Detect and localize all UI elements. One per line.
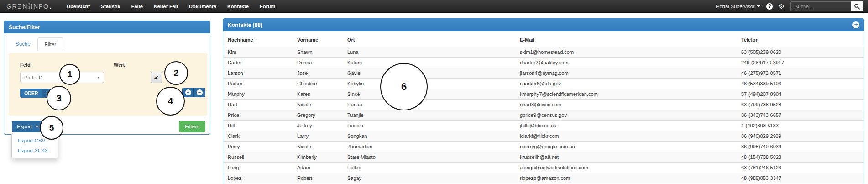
table-cell-ort: Ranao [343, 100, 515, 110]
table-row[interactable]: RussellKimberlyStare Miastokrussellh@a8.… [223, 152, 864, 163]
table-cell-ort: Songkan [343, 131, 515, 142]
contacts-panel-title: Kontakte (88) [228, 22, 262, 28]
table-cell-nachname: Parker [223, 79, 293, 89]
table-row[interactable]: PriceGregoryTuanjiegprice9@census.gov86-… [223, 110, 864, 121]
nav-item-neuer-fall[interactable]: Neuer Fall [148, 0, 183, 13]
table-cell-e-mail: nhart8@cisco.com [515, 100, 737, 110]
annotation-circle-2: 2 [164, 61, 188, 85]
table-row[interactable]: PerryNicoleZhumadiannperryg@google.com.a… [223, 142, 864, 152]
minus-icon: − [197, 89, 203, 95]
column-header-nachname[interactable]: Nachname↑ [223, 31, 293, 47]
contacts-table: Nachname↑VornameOrtE-MailTelefon KimShaw… [223, 31, 864, 183]
table-row[interactable]: HillJeffreyLincolnjhillc@bbc.co.uk1-(402… [223, 121, 864, 131]
table-cell-nachname: Hart [223, 100, 293, 110]
table-cell-vorname: Shawn [293, 47, 343, 58]
search-input[interactable] [790, 1, 851, 11]
tab-filter[interactable]: Filter [37, 37, 64, 51]
annotation-circle-1: 1 [59, 64, 80, 85]
table-row[interactable]: HartNicoleRanaonhart8@cisco.com63-(799)7… [223, 100, 864, 110]
value-checkbox[interactable]: ✔ [151, 72, 162, 83]
table-row[interactable]: MurphyKarenSincékmurphy7@scientificameri… [223, 89, 864, 100]
table-cell-nachname: Murphy [223, 89, 293, 100]
table-cell-vorname: Karen [293, 89, 343, 100]
brand-stack-glyph: Z S [28, 3, 31, 9]
brand-logo[interactable]: GRƎN Z S INFO . [0, 3, 61, 10]
table-cell-telefon: 63-(781)246-5126 [737, 163, 864, 173]
table-cell-vorname: Kimberly [293, 152, 343, 163]
table-cell-telefon: 249-(284)170-8917 [737, 58, 864, 68]
brand-text-right: INFO [31, 3, 49, 10]
table-cell-nachname: Long [223, 163, 293, 173]
table-cell-nachname: Larson [223, 68, 293, 79]
nav-item-fälle[interactable]: Fälle [126, 0, 148, 13]
nav-item-statistik[interactable]: Statistik [95, 0, 126, 13]
table-cell-nachname: Kim [223, 47, 293, 58]
export-button[interactable]: Export [12, 121, 44, 132]
nav-item-übersicht[interactable]: Übersicht [61, 0, 95, 13]
user-menu-label: Portal Supervisor [716, 4, 754, 9]
table-cell-ort: Zhumadian [343, 142, 515, 152]
filter-panel-header: Suche/Filter [4, 21, 210, 33]
caret-down-icon [35, 126, 39, 127]
search-icon [854, 4, 858, 8]
table-row[interactable]: LarsonJoseGävlejlarson4@nymag.com46-(275… [223, 68, 864, 79]
table-row[interactable]: LopezRobertSagayrlopezp@amazon.com48-(98… [223, 173, 864, 184]
search-button[interactable] [851, 1, 863, 11]
field-select-value: Partei D [24, 75, 42, 80]
table-cell-e-mail: gprice9@census.gov [515, 110, 737, 121]
table-cell-vorname: Gregory [293, 110, 343, 121]
table-cell-vorname: Adam [293, 163, 343, 173]
add-contact-button[interactable]: + [852, 21, 859, 28]
table-cell-vorname: Robert [293, 173, 343, 184]
table-cell-nachname: Lopez [223, 173, 293, 184]
table-cell-telefon: 63-(799)738-9528 [737, 100, 864, 110]
table-row[interactable]: CarterDonnaKutumdcarter2@oakley.com249-(… [223, 58, 864, 68]
column-header-telefon[interactable]: Telefon [737, 31, 864, 47]
table-row[interactable]: ParkerChristineKobylincparker6@fda.gov48… [223, 79, 864, 89]
gear-icon[interactable]: ⚙ [779, 3, 784, 10]
nav-item-forum[interactable]: Forum [254, 0, 281, 13]
table-cell-vorname: Nicole [293, 100, 343, 110]
annotation-circle-5: 5 [40, 116, 63, 140]
table-cell-ort: Sincé [343, 89, 515, 100]
filter-submit-label: Filtern [185, 124, 199, 129]
plus-circle-icon: + [854, 21, 858, 28]
contacts-table-header-row: Nachname↑VornameOrtE-MailTelefon [223, 31, 864, 47]
table-row[interactable]: KimShawnLunaskim1@homestead.com63-(505)2… [223, 47, 864, 58]
navbar-search [790, 1, 863, 11]
table-cell-e-mail: nperryg@google.com.au [515, 142, 737, 152]
export-menu-item-export-xlsx[interactable]: Export XLSX [12, 146, 58, 156]
field-label: Feld [20, 62, 31, 68]
annotation-circle-3: 3 [47, 86, 71, 110]
table-cell-e-mail: alongo@networksolutions.com [515, 163, 737, 173]
table-cell-telefon: 63-(505)239-0620 [737, 47, 864, 58]
remove-condition-button[interactable]: − [193, 88, 205, 97]
table-row[interactable]: ClarkLarrySongkanlclarkf@flickr.com86-(9… [223, 131, 864, 142]
table-cell-vorname: Jose [293, 68, 343, 79]
annotation-circle-4: 4 [156, 87, 185, 116]
column-header-e-mail[interactable]: E-Mail [515, 31, 737, 47]
column-header-vorname[interactable]: Vorname [293, 31, 343, 47]
tab-suche[interactable]: Suche [9, 37, 37, 51]
table-cell-vorname: Larry [293, 131, 343, 142]
table-cell-ort: Polloc [343, 163, 515, 173]
table-cell-vorname: Christine [293, 79, 343, 89]
column-header-ort[interactable]: Ort [343, 31, 515, 47]
nav-item-kontakte[interactable]: Kontakte [222, 0, 254, 13]
contacts-panel: Kontakte (88) + Nachname↑VornameOrtE-Mai… [223, 18, 864, 184]
table-row[interactable]: LongAdamPollocalongo@networksolutions.co… [223, 163, 864, 173]
table-cell-nachname: Perry [223, 142, 293, 152]
table-cell-e-mail: jlarson4@nymag.com [515, 68, 737, 79]
contacts-panel-header: Kontakte (88) + [223, 19, 864, 31]
filter-submit-button[interactable]: Filtern [179, 121, 205, 132]
user-menu[interactable]: Portal Supervisor [716, 4, 760, 9]
operator-button-oder[interactable]: ODER [20, 89, 42, 98]
condition-buttons: + − [182, 88, 205, 97]
nav-item-dokumente[interactable]: Dokumente [183, 0, 222, 13]
plus-icon: + [185, 89, 191, 95]
annotation-circle-6: 6 [380, 63, 428, 110]
table-cell-vorname: Jeffrey [293, 121, 343, 131]
table-cell-telefon: 86-(995)740-6034 [737, 142, 864, 152]
table-cell-telefon: 48-(154)708-5823 [737, 152, 864, 163]
help-icon[interactable]: ? [766, 3, 773, 10]
